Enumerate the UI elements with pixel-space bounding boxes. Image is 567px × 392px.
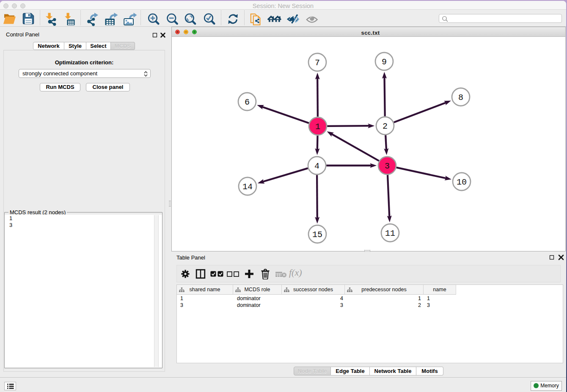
svg-text:9: 9 xyxy=(382,57,387,67)
svg-text:2: 2 xyxy=(383,121,388,131)
svg-text:15: 15 xyxy=(312,230,322,240)
svg-text:10: 10 xyxy=(457,177,467,187)
svg-text:14: 14 xyxy=(242,182,253,192)
svg-text:11: 11 xyxy=(385,229,395,238)
svg-text:8: 8 xyxy=(458,93,463,102)
svg-text:7: 7 xyxy=(315,58,320,68)
svg-text:3: 3 xyxy=(385,161,390,171)
svg-text:1: 1 xyxy=(315,122,320,132)
svg-text:4: 4 xyxy=(314,161,319,171)
svg-text:6: 6 xyxy=(245,97,250,107)
